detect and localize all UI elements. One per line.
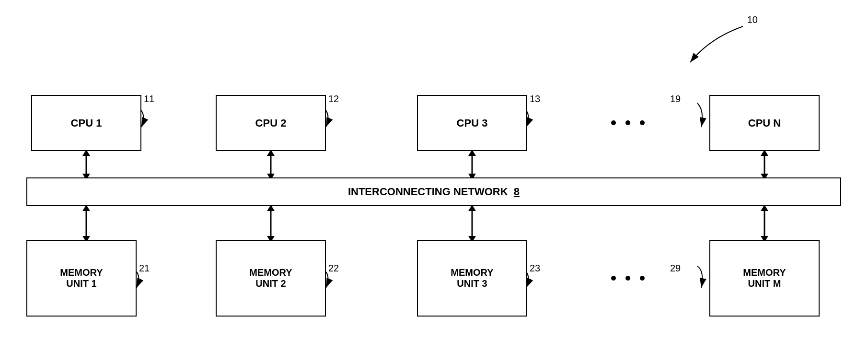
cpu3-box: CPU 3 [417, 95, 527, 151]
cpu3-ref: 13 [530, 94, 540, 105]
cpu1-ref: 11 [144, 94, 154, 105]
svg-point-26 [611, 120, 616, 125]
cpu2-ref: 12 [328, 94, 339, 105]
cpu1-label: CPU 1 [71, 117, 102, 129]
svg-point-29 [611, 276, 616, 281]
cpu3-label: CPU 3 [457, 117, 488, 129]
network-bar: INTERCONNECTING NETWORK 8 [26, 177, 841, 206]
mem3-box: MEMORYUNIT 3 [417, 240, 527, 317]
mem2-ref: 22 [328, 263, 339, 274]
cpuN-label: CPU N [748, 117, 781, 129]
mem2-box: MEMORYUNIT 2 [216, 240, 326, 317]
cpu2-label: CPU 2 [255, 117, 287, 129]
cpu2-box: CPU 2 [216, 95, 326, 151]
memM-box: MEMORYUNIT M [709, 240, 820, 317]
cpuN-ref: 19 [670, 94, 681, 105]
diagram-container: 10 CPU 1 11 CPU 2 12 CPU 3 13 CPU N 19 I… [0, 0, 868, 364]
mem1-ref: 21 [139, 263, 150, 274]
mem3-ref: 23 [530, 263, 540, 274]
memM-ref: 29 [670, 263, 681, 274]
memM-label: MEMORYUNIT M [743, 267, 786, 289]
mem3-label: MEMORYUNIT 3 [451, 267, 493, 289]
mem1-box: MEMORYUNIT 1 [26, 240, 137, 317]
cpu1-box: CPU 1 [31, 95, 141, 151]
cpuN-box: CPU N [709, 95, 820, 151]
mem2-label: MEMORYUNIT 2 [249, 267, 292, 289]
mem1-label: MEMORYUNIT 1 [60, 267, 103, 289]
svg-point-28 [640, 120, 645, 125]
ref-10-label: 10 [747, 14, 758, 25]
network-label: INTERCONNECTING NETWORK 8 [348, 186, 520, 198]
svg-point-27 [625, 120, 630, 125]
svg-point-31 [640, 276, 645, 281]
svg-point-30 [625, 276, 630, 281]
network-ref: 8 [514, 186, 520, 198]
